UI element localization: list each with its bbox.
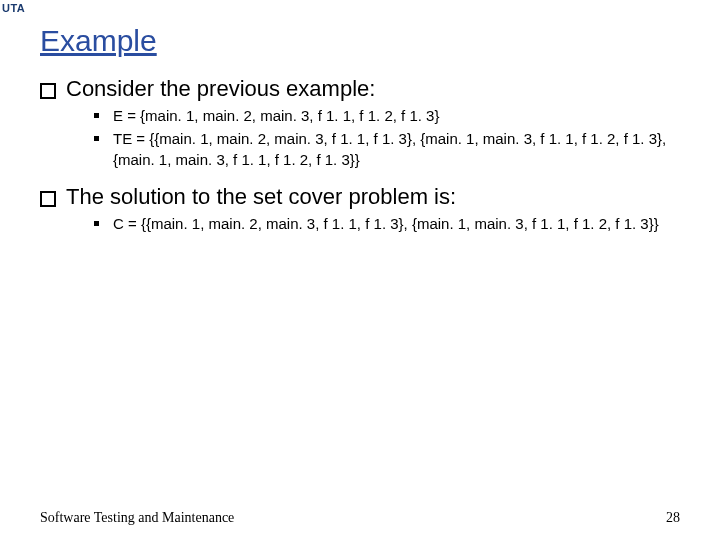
slide-body: Example Consider the previous example: E…	[0, 0, 720, 540]
page-number: 28	[666, 510, 680, 526]
square-sub-bullet-icon	[94, 113, 99, 118]
slide-title: Example	[40, 24, 680, 58]
footer: Software Testing and Maintenance 28	[40, 510, 680, 526]
sub-bullet-text: TE = {{main. 1, main. 2, main. 3, f 1. 1…	[113, 129, 680, 170]
bullet-text: Consider the previous example:	[66, 76, 375, 102]
sub-bullet-item: TE = {{main. 1, main. 2, main. 3, f 1. 1…	[94, 129, 680, 170]
square-sub-bullet-icon	[94, 136, 99, 141]
square-bullet-icon	[40, 191, 56, 207]
sub-list: E = {main. 1, main. 2, main. 3, f 1. 1, …	[94, 106, 680, 170]
sub-bullet-text: C = {{main. 1, main. 2, main. 3, f 1. 1,…	[113, 214, 659, 234]
bullet-text: The solution to the set cover problem is…	[66, 184, 456, 210]
sub-bullet-item: E = {main. 1, main. 2, main. 3, f 1. 1, …	[94, 106, 680, 126]
bullet-item: Consider the previous example:	[40, 76, 680, 102]
square-sub-bullet-icon	[94, 221, 99, 226]
bullet-item: The solution to the set cover problem is…	[40, 184, 680, 210]
square-bullet-icon	[40, 83, 56, 99]
sub-list: C = {{main. 1, main. 2, main. 3, f 1. 1,…	[94, 214, 680, 234]
sub-bullet-item: C = {{main. 1, main. 2, main. 3, f 1. 1,…	[94, 214, 680, 234]
sub-bullet-text: E = {main. 1, main. 2, main. 3, f 1. 1, …	[113, 106, 439, 126]
footer-left: Software Testing and Maintenance	[40, 510, 234, 526]
